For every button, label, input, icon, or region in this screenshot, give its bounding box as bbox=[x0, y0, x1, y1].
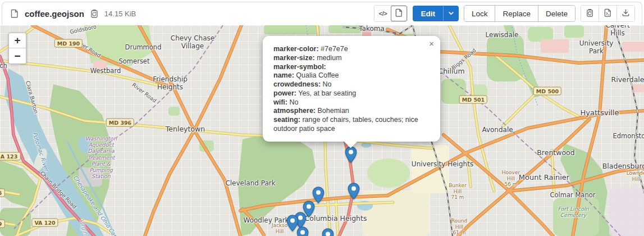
delete-button[interactable]: Delete bbox=[538, 6, 575, 21]
popup-property: seating: range of chairs, tables, couche… bbox=[273, 116, 429, 134]
file-tools-group bbox=[581, 5, 635, 22]
rendered-view-button[interactable] bbox=[391, 6, 407, 21]
file-actions: </> Edit Lock Replace Delete bbox=[374, 5, 635, 22]
route-shield: MD 396 bbox=[106, 119, 134, 127]
route-shield: MD 190 bbox=[54, 39, 83, 48]
clipboard-icon bbox=[586, 8, 594, 19]
snippet-file-viewer: coffee.geojson 14.15 KiB </> Edit Lock bbox=[0, 0, 644, 236]
edit-split-button: Edit bbox=[413, 6, 459, 21]
replace-button[interactable]: Replace bbox=[495, 6, 538, 21]
download-icon bbox=[622, 8, 630, 19]
popup-close-icon[interactable]: × bbox=[428, 38, 435, 49]
zoom-in-button[interactable]: + bbox=[9, 33, 26, 48]
copy-contents-button[interactable] bbox=[581, 6, 599, 21]
file-header: coffee.geojson 14.15 KiB </> Edit Lock bbox=[2, 2, 642, 25]
raw-file-icon bbox=[604, 8, 612, 19]
map-marker[interactable] bbox=[348, 183, 360, 199]
popup-properties: marker-color: #7e7e7emarker-size: medium… bbox=[273, 45, 429, 134]
zoom-out-button[interactable]: − bbox=[9, 48, 26, 63]
popup-property: marker-symbol: bbox=[273, 63, 429, 72]
open-raw-button[interactable] bbox=[599, 6, 616, 21]
edit-dropdown-button[interactable] bbox=[443, 6, 459, 21]
geojson-map[interactable]: Chevy Chase VillageDrummondSomersetWestb… bbox=[0, 25, 644, 236]
manage-button-group: Lock Replace Delete bbox=[464, 5, 576, 22]
code-icon: </> bbox=[379, 10, 387, 17]
code-view-button[interactable]: </> bbox=[374, 6, 391, 21]
route-shield: MD 500 bbox=[533, 87, 561, 96]
map-marker[interactable] bbox=[296, 226, 309, 236]
file-size: 14.15 KiB bbox=[104, 10, 136, 18]
route-shield: A 123 bbox=[0, 152, 20, 161]
download-button[interactable] bbox=[616, 6, 634, 21]
file-info: coffee.geojson 14.15 KiB bbox=[10, 9, 136, 19]
route-shield: VA 120 bbox=[31, 219, 58, 227]
popup-property: marker-color: #7e7e7e bbox=[273, 45, 429, 54]
lock-button[interactable]: Lock bbox=[464, 6, 495, 21]
feature-popup: × marker-color: #7e7e7emarker-size: medi… bbox=[263, 36, 440, 142]
zoom-control: + − bbox=[8, 33, 26, 64]
map-marker[interactable] bbox=[322, 228, 334, 236]
map-marker-selected[interactable] bbox=[345, 146, 357, 163]
popup-property: power: Yes, at bar seating bbox=[273, 89, 429, 98]
file-icon bbox=[10, 9, 19, 18]
popup-property: wifi: No bbox=[273, 98, 429, 107]
file-name: coffee.geojson bbox=[25, 9, 84, 19]
edit-button[interactable]: Edit bbox=[413, 6, 443, 21]
route-shield: 5 bbox=[0, 189, 4, 197]
chevron-down-icon bbox=[448, 10, 454, 18]
view-toggle-group: </> bbox=[374, 5, 408, 22]
route-shield: MD 501 bbox=[459, 96, 487, 104]
copy-path-icon[interactable] bbox=[90, 9, 99, 18]
document-icon bbox=[395, 8, 403, 19]
popup-property: marker-size: medium bbox=[273, 54, 429, 63]
popup-property: atmosphere: Bohemian bbox=[273, 107, 429, 116]
popup-property: name: Qualia Coffee bbox=[273, 71, 429, 80]
route-shield: 9 bbox=[0, 220, 4, 228]
popup-property: crowdedness: No bbox=[273, 80, 429, 89]
